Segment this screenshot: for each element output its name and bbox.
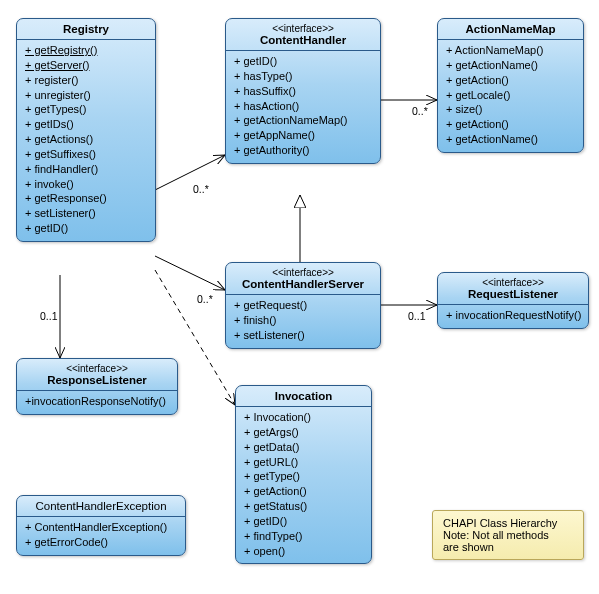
class-title: Registry bbox=[17, 19, 155, 40]
method: + getAction() bbox=[244, 484, 363, 499]
method: + getAuthority() bbox=[234, 143, 372, 158]
method: +invocationResponseNotify() bbox=[25, 394, 169, 409]
method: + hasSuffix() bbox=[234, 84, 372, 99]
method: + getID() bbox=[25, 221, 147, 236]
method: + hasAction() bbox=[234, 99, 372, 114]
class-name: ContentHandlerServer bbox=[242, 278, 364, 290]
method: + getErrorCode() bbox=[25, 535, 177, 550]
note-line: CHAPI Class Hierarchy bbox=[443, 517, 573, 529]
method: + getActions() bbox=[25, 132, 147, 147]
class-body: + ActionNameMap() + getActionName() + ge… bbox=[438, 40, 583, 152]
class-title: Invocation bbox=[236, 386, 371, 407]
method: + getArgs() bbox=[244, 425, 363, 440]
method: + getResponse() bbox=[25, 191, 147, 206]
method: + register() bbox=[25, 73, 147, 88]
method: + getData() bbox=[244, 440, 363, 455]
method: + getRegistry() bbox=[25, 43, 147, 58]
method: + invoke() bbox=[25, 177, 147, 192]
class-name: Invocation bbox=[275, 390, 333, 402]
class-requestlistener: <<interface>> RequestListener + invocati… bbox=[437, 272, 589, 329]
method: + unregister() bbox=[25, 88, 147, 103]
mult-registry-chserver: 0..* bbox=[197, 293, 213, 305]
class-name: ResponseListener bbox=[47, 374, 147, 386]
method: + getActionName() bbox=[446, 58, 575, 73]
class-actionnamemap: ActionNameMap + ActionNameMap() + getAct… bbox=[437, 18, 584, 153]
method: + getType() bbox=[244, 469, 363, 484]
method: + findHandler() bbox=[25, 162, 147, 177]
class-body: + getRequest() + finish() + setListener(… bbox=[226, 295, 380, 348]
method: + open() bbox=[244, 544, 363, 559]
class-title: ContentHandlerException bbox=[17, 496, 185, 517]
note-line: Note: Not all methods bbox=[443, 529, 573, 541]
mult-registry-resplistener: 0..1 bbox=[40, 310, 58, 322]
class-body: + invocationRequestNotify() bbox=[438, 305, 588, 328]
class-name: ContentHandlerException bbox=[35, 500, 166, 512]
method: + getServer() bbox=[25, 58, 147, 73]
method: + getActionName() bbox=[446, 132, 575, 147]
mult-ch-anm: 0..* bbox=[412, 105, 428, 117]
class-body: + ContentHandlerException() + getErrorCo… bbox=[17, 517, 185, 555]
method: + hasType() bbox=[234, 69, 372, 84]
class-title: ActionNameMap bbox=[438, 19, 583, 40]
class-name: ContentHandler bbox=[260, 34, 346, 46]
svg-line-1 bbox=[155, 256, 225, 290]
svg-line-0 bbox=[155, 155, 225, 190]
stereotype: <<interface>> bbox=[25, 363, 169, 374]
stereotype: <<interface>> bbox=[234, 23, 372, 34]
method: + invocationRequestNotify() bbox=[446, 308, 580, 323]
mult-chs-reqlistener: 0..1 bbox=[408, 310, 426, 322]
class-contenthandler: <<interface>> ContentHandler + getID() +… bbox=[225, 18, 381, 164]
method: + getRequest() bbox=[234, 298, 372, 313]
class-title: <<interface>> RequestListener bbox=[438, 273, 588, 305]
method: + getURL() bbox=[244, 455, 363, 470]
class-invocation: Invocation + Invocation() + getArgs() + … bbox=[235, 385, 372, 564]
note-line: are shown bbox=[443, 541, 573, 553]
class-body: + getID() + hasType() + hasSuffix() + ha… bbox=[226, 51, 380, 163]
method: + setListener() bbox=[234, 328, 372, 343]
method: + setListener() bbox=[25, 206, 147, 221]
class-name: ActionNameMap bbox=[465, 23, 555, 35]
class-body: + getRegistry() + getServer() + register… bbox=[17, 40, 155, 241]
class-contenthandlerserver: <<interface>> ContentHandlerServer + get… bbox=[225, 262, 381, 349]
stereotype: <<interface>> bbox=[446, 277, 580, 288]
method: + getTypes() bbox=[25, 102, 147, 117]
class-body: +invocationResponseNotify() bbox=[17, 391, 177, 414]
class-responselistener: <<interface>> ResponseListener +invocati… bbox=[16, 358, 178, 415]
method: + findType() bbox=[244, 529, 363, 544]
class-title: <<interface>> ContentHandler bbox=[226, 19, 380, 51]
method: + getAppName() bbox=[234, 128, 372, 143]
class-name: Registry bbox=[63, 23, 109, 35]
method: + getSuffixes() bbox=[25, 147, 147, 162]
method: + getID() bbox=[234, 54, 372, 69]
method: + getID() bbox=[244, 514, 363, 529]
class-name: RequestListener bbox=[468, 288, 558, 300]
mult-registry-contenthandler: 0..* bbox=[193, 183, 209, 195]
method: + ActionNameMap() bbox=[446, 43, 575, 58]
note: CHAPI Class Hierarchy Note: Not all meth… bbox=[432, 510, 584, 560]
method: + size() bbox=[446, 102, 575, 117]
method: + getStatus() bbox=[244, 499, 363, 514]
class-contenthandlerexception: ContentHandlerException + ContentHandler… bbox=[16, 495, 186, 556]
method: + Invocation() bbox=[244, 410, 363, 425]
method: + getLocale() bbox=[446, 88, 575, 103]
method: + getActionNameMap() bbox=[234, 113, 372, 128]
method: + getAction() bbox=[446, 117, 575, 132]
method: + getIDs() bbox=[25, 117, 147, 132]
class-body: + Invocation() + getArgs() + getData() +… bbox=[236, 407, 371, 563]
stereotype: <<interface>> bbox=[234, 267, 372, 278]
method: + ContentHandlerException() bbox=[25, 520, 177, 535]
method: + getAction() bbox=[446, 73, 575, 88]
class-registry: Registry + getRegistry() + getServer() +… bbox=[16, 18, 156, 242]
class-title: <<interface>> ContentHandlerServer bbox=[226, 263, 380, 295]
class-title: <<interface>> ResponseListener bbox=[17, 359, 177, 391]
method: + finish() bbox=[234, 313, 372, 328]
